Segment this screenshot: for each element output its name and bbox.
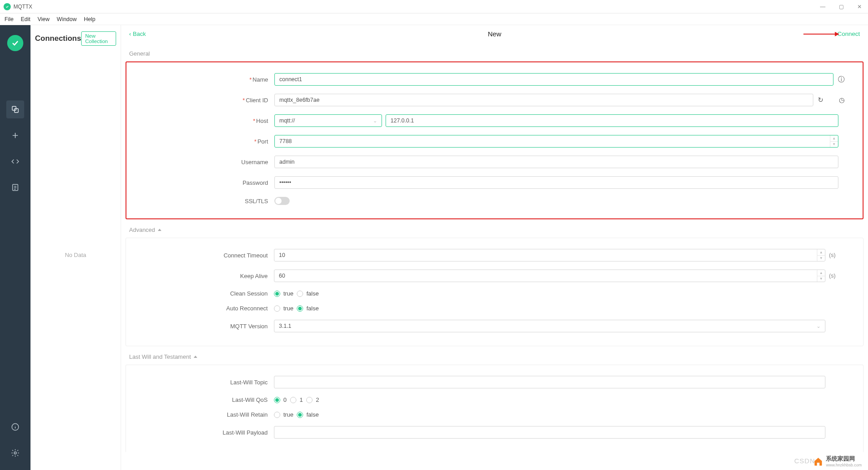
section-general-label: General xyxy=(121,43,868,61)
svg-point-4 xyxy=(14,452,17,454)
nav-about-icon[interactable] xyxy=(6,418,24,436)
nav-log-icon[interactable] xyxy=(6,178,24,196)
window-close-button[interactable]: ✕ xyxy=(855,3,864,11)
connections-sidebar: Connections New Collection No Data xyxy=(30,25,121,470)
connect-timeout-input[interactable] xyxy=(274,249,825,261)
general-card: *Name ⓘ *Client ID ↻ ◷ *Host xyxy=(126,61,864,219)
window-titlebar: MQTTX — ▢ ✕ xyxy=(0,0,868,13)
page-header: ‹ Back New Connect xyxy=(121,25,868,43)
keep-alive-label: Keep Alive xyxy=(240,273,268,279)
port-label: Port xyxy=(257,138,268,145)
window-minimize-button[interactable]: — xyxy=(817,3,828,11)
lastwill-payload-label: Last-Will Payload xyxy=(223,429,268,436)
lastwill-qos-0-radio[interactable]: 0 xyxy=(274,396,286,403)
keepalive-step-down[interactable]: ▼ xyxy=(817,276,825,282)
chevron-down-icon: ⌄ xyxy=(373,118,377,124)
chevron-left-icon: ‹ xyxy=(129,30,131,37)
refresh-icon[interactable]: ↻ xyxy=(818,96,824,104)
caret-up-icon xyxy=(158,229,161,231)
back-button[interactable]: ‹ Back xyxy=(129,30,146,37)
auto-reconnect-false-radio[interactable]: false xyxy=(297,305,318,312)
port-step-down[interactable]: ▼ xyxy=(830,142,838,148)
ssl-toggle[interactable] xyxy=(274,197,290,205)
clean-session-label: Clean Session xyxy=(230,290,268,297)
app-logo-icon xyxy=(4,3,11,10)
auto-reconnect-label: Auto Reconnect xyxy=(226,305,268,312)
port-input[interactable] xyxy=(274,135,838,148)
mqtt-version-select[interactable]: 3.1.1 ⌄ xyxy=(274,320,825,332)
auto-reconnect-true-radio[interactable]: true xyxy=(274,305,293,312)
info-icon[interactable]: ⓘ xyxy=(838,75,845,84)
lastwill-retain-false-radio[interactable]: false xyxy=(297,411,318,418)
clean-session-false-radio[interactable]: false xyxy=(297,290,318,297)
timeout-step-down[interactable]: ▼ xyxy=(817,256,825,261)
window-title: MQTTX xyxy=(13,4,32,10)
menu-edit[interactable]: Edit xyxy=(21,16,30,22)
lastwill-retain-true-radio[interactable]: true xyxy=(274,411,293,418)
password-label: Password xyxy=(243,179,268,186)
nav-add-icon[interactable] xyxy=(6,126,24,144)
menu-help[interactable]: Help xyxy=(84,16,95,22)
client-id-input[interactable] xyxy=(274,94,813,106)
timeout-unit: (s) xyxy=(825,252,845,258)
menu-bar: File Edit View Window Help xyxy=(0,13,868,25)
section-advanced-label[interactable]: Advanced xyxy=(121,219,868,238)
new-collection-button[interactable]: New Collection xyxy=(81,31,116,46)
host-label: Host xyxy=(256,118,268,124)
nav-rail xyxy=(0,25,30,470)
brand-icon xyxy=(7,35,23,51)
keepalive-unit: (s) xyxy=(825,273,845,279)
client-id-label: Client ID xyxy=(246,97,268,104)
username-input[interactable] xyxy=(274,156,838,168)
sidebar-title: Connections xyxy=(35,34,81,43)
svg-rect-0 xyxy=(12,106,16,110)
lastwill-retain-label: Last-Will Retain xyxy=(227,411,268,418)
annotation-arrow-icon xyxy=(803,31,839,39)
lastwill-qos-1-radio[interactable]: 1 xyxy=(290,396,303,403)
back-label: Back xyxy=(133,30,146,37)
lastwill-qos-2-radio[interactable]: 2 xyxy=(306,396,319,403)
keepalive-step-up[interactable]: ▲ xyxy=(817,270,825,276)
keep-alive-input[interactable] xyxy=(274,270,825,282)
section-lastwill-label[interactable]: Last Will and Testament xyxy=(121,346,868,365)
host-scheme-value: mqtt:// xyxy=(279,118,295,124)
svg-rect-1 xyxy=(14,109,18,112)
lastwill-payload-input[interactable] xyxy=(274,426,825,439)
mqtt-version-label: MQTT Version xyxy=(230,323,268,330)
port-step-up[interactable]: ▲ xyxy=(830,135,838,142)
window-maximize-button[interactable]: ▢ xyxy=(836,3,846,11)
nav-settings-icon[interactable] xyxy=(6,444,24,462)
lastwill-topic-input[interactable] xyxy=(274,376,825,388)
menu-window[interactable]: Window xyxy=(57,16,77,22)
menu-file[interactable]: File xyxy=(4,16,13,22)
host-scheme-select[interactable]: mqtt:// ⌄ xyxy=(274,114,382,127)
lastwill-topic-label: Last-Will Topic xyxy=(230,379,268,386)
page-title: New xyxy=(488,30,501,38)
nav-connections-icon[interactable] xyxy=(6,100,24,118)
connect-timeout-label: Connect Timeout xyxy=(224,252,268,259)
username-label: Username xyxy=(241,159,268,165)
chevron-down-icon: ⌄ xyxy=(816,323,820,329)
caret-up-icon xyxy=(194,356,197,358)
history-icon[interactable]: ◷ xyxy=(839,96,845,104)
nav-scripts-icon[interactable] xyxy=(6,152,24,170)
mqtt-version-value: 3.1.1 xyxy=(279,323,291,329)
advanced-card: Connect Timeout ▲▼ (s) Keep Alive xyxy=(126,238,864,346)
password-input[interactable] xyxy=(274,176,838,189)
timeout-step-up[interactable]: ▲ xyxy=(817,249,825,256)
sidebar-empty-state: No Data xyxy=(35,46,116,464)
lastwill-qos-label: Last-Will QoS xyxy=(232,396,268,403)
name-label: Name xyxy=(252,76,268,83)
connect-button[interactable]: Connect xyxy=(838,30,860,37)
clean-session-true-radio[interactable]: true xyxy=(274,290,293,297)
menu-view[interactable]: View xyxy=(38,16,50,22)
ssl-label: SSL/TLS xyxy=(245,198,268,205)
lastwill-card: Last-Will Topic Last-Will QoS 0 1 2 Last… xyxy=(126,365,864,452)
name-input[interactable] xyxy=(274,73,833,86)
host-input[interactable] xyxy=(386,114,838,127)
